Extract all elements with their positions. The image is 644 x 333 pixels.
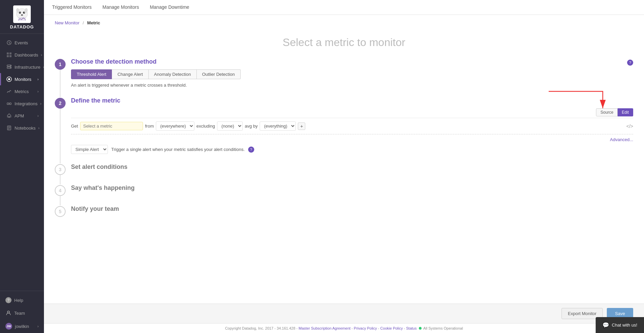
section-number-5: 5	[55, 206, 66, 217]
section-4-body: Say what's happening	[71, 184, 633, 196]
svg-rect-22	[9, 103, 11, 105]
section-1: 1 Choose the detection method Threshold …	[55, 58, 633, 88]
section-4-title: Say what's happening	[71, 184, 633, 192]
sidebar-help[interactable]: ? Help	[0, 294, 44, 307]
breadcrumb: New Monitor / Metric	[55, 20, 633, 25]
sidebar-item-notebooks[interactable]: Notebooks ›	[0, 122, 44, 134]
section-3-body: Set alert conditions	[71, 163, 633, 175]
get-label: Get	[71, 124, 78, 129]
help-icon: ?	[5, 297, 11, 303]
section-connector-1	[60, 70, 61, 97]
sidebar-item-metrics[interactable]: Metrics ›	[0, 85, 44, 97]
alert-help-icon[interactable]: ?	[248, 147, 254, 153]
section-connector-2	[60, 109, 61, 163]
svg-point-4	[20, 12, 21, 13]
detection-buttons: Threshold Alert Change Alert Anomaly Det…	[71, 69, 624, 79]
nav-triggered-monitors[interactable]: Triggered Monitors	[52, 0, 92, 15]
page-title: Select a metric to monitor	[44, 36, 644, 49]
alert-type-select[interactable]: Simple Alert	[71, 145, 108, 154]
section-2: 2 Define the metric Source Edit	[55, 97, 633, 154]
section-number-1: 1	[55, 59, 66, 70]
site-footer: Copyright Datadog, Inc. 2017 - 34.161.42…	[44, 323, 644, 333]
section-3: 3 Set alert conditions	[55, 163, 633, 175]
detect-btn-anomaly[interactable]: Anomaly Detection	[149, 69, 197, 79]
alert-row: Simple Alert Trigger a single alert when…	[71, 145, 633, 154]
top-navigation: Triggered Monitors Manage Monitors Manag…	[44, 0, 644, 15]
svg-point-5	[24, 12, 25, 13]
sidebar-bottom: ? Help Team JW jowilkin ›	[0, 291, 44, 333]
detect-btn-threshold[interactable]: Threshold Alert	[71, 69, 112, 79]
detect-btn-change[interactable]: Change Alert	[112, 69, 148, 79]
excluding-label: excluding	[196, 124, 215, 129]
section-number-3: 3	[55, 164, 66, 175]
metric-toolbar: Source Edit	[71, 108, 633, 116]
section-3-title: Set alert conditions	[71, 163, 633, 171]
section-1-body: Choose the detection method Threshold Al…	[71, 58, 624, 88]
main-area: Triggered Monitors Manage Monitors Manag…	[44, 0, 644, 333]
svg-rect-23	[8, 116, 10, 117]
svg-rect-13	[7, 55, 9, 57]
svg-rect-12	[9, 52, 11, 54]
alert-description: Trigger a single alert when your metric …	[111, 147, 245, 152]
chat-label: Chat with us!	[612, 323, 637, 328]
code-icon[interactable]: </>	[626, 124, 633, 129]
nav-manage-downtime[interactable]: Manage Downtime	[150, 0, 189, 15]
breadcrumb-link[interactable]: New Monitor	[55, 20, 79, 25]
sidebar-team[interactable]: Team	[0, 307, 44, 319]
section-connector-3	[60, 175, 61, 184]
copyright-text: Copyright Datadog, Inc. 2017 - 34.161.42…	[225, 326, 298, 330]
metric-select-input[interactable]	[80, 122, 143, 130]
avg-by-select[interactable]: (everything)	[260, 121, 296, 131]
section-number-2: 2	[55, 98, 66, 109]
detection-description: An alert is triggered whenever a metric …	[71, 83, 187, 88]
nav-manage-monitors[interactable]: Manage Monitors	[102, 0, 139, 15]
brand-name: DATADOG	[10, 24, 34, 29]
source-button[interactable]: Source	[596, 108, 618, 116]
footer-action-bar: Export Monitor Save	[44, 304, 644, 323]
from-select[interactable]: (everywhere)	[156, 121, 194, 131]
section-5-title: Notify your team	[71, 205, 633, 213]
svg-rect-21	[7, 103, 9, 105]
add-button[interactable]: +	[298, 123, 305, 130]
section-1-help-icon[interactable]: ?	[627, 60, 633, 66]
section-connector-4	[60, 196, 61, 205]
metric-row: Get from (everywhere) excluding (none) a…	[71, 118, 633, 134]
section-2-body: Define the metric Source Edit	[71, 97, 633, 154]
status-dot	[419, 327, 422, 330]
svg-point-6	[21, 14, 23, 16]
sidebar-item-monitors[interactable]: Monitors ›	[0, 73, 44, 85]
status-link[interactable]: Status	[406, 326, 416, 330]
team-icon	[5, 310, 11, 316]
svg-point-28	[7, 311, 9, 313]
svg-point-18	[10, 67, 11, 68]
section-2-title: Define the metric	[71, 97, 633, 104]
svg-point-17	[10, 65, 11, 66]
datadog-logo	[13, 5, 31, 23]
chat-icon: 💬	[602, 322, 609, 328]
chat-widget[interactable]: 💬 Chat with us!	[596, 317, 644, 333]
advanced-link[interactable]: Advanced...	[71, 137, 633, 142]
from-label: from	[145, 124, 154, 129]
sidebar-item-apm[interactable]: APM ›	[0, 110, 44, 122]
page-content: New Monitor / Metric Select a metric to …	[44, 15, 644, 304]
operational-text: All Systems Operational	[423, 326, 463, 330]
msa-link[interactable]: Master Subscription Agreement	[299, 326, 350, 330]
sidebar-item-events[interactable]: Events	[0, 37, 44, 49]
detect-btn-outlier[interactable]: Outlier Detection	[197, 69, 241, 79]
section-5: 5 Notify your team	[55, 205, 633, 217]
edit-button[interactable]: Edit	[618, 108, 633, 116]
privacy-link[interactable]: Privacy Policy	[354, 326, 377, 330]
sidebar-user[interactable]: JW jowilkin ›	[0, 319, 44, 333]
section-4: 4 Say what's happening	[55, 184, 633, 196]
sidebar-navigation: Events Dashboards › Infrastructure › Mon…	[0, 37, 44, 291]
excluding-select[interactable]: (none)	[217, 121, 243, 131]
section-5-body: Notify your team	[71, 205, 633, 217]
cookie-link[interactable]: Cookie Policy	[380, 326, 403, 330]
svg-rect-11	[7, 52, 9, 54]
sidebar-item-dashboards[interactable]: Dashboards ›	[0, 49, 44, 61]
sidebar-item-integrations[interactable]: Integrations ›	[0, 97, 44, 110]
breadcrumb-current: Metric	[87, 20, 100, 25]
sidebar-item-infrastructure[interactable]: Infrastructure ›	[0, 61, 44, 73]
section-1-title: Choose the detection method	[71, 58, 624, 65]
page-title-section: Select a metric to monitor	[44, 28, 644, 58]
